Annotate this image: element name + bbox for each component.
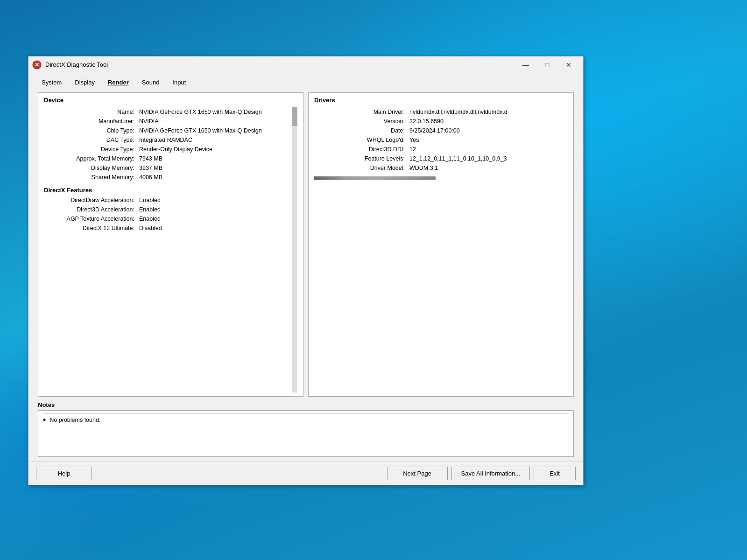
table-row: Chip Type: NVIDIA GeForce GTX 1650 with … — [44, 126, 291, 135]
scrollbar-thumb[interactable] — [292, 107, 297, 126]
notes-section: Notes • No problems found. — [38, 401, 574, 457]
save-all-button[interactable]: Save All Information... — [451, 467, 530, 480]
bottom-bar: Help Next Page Save All Information... E… — [28, 462, 583, 485]
field-label: DirectDraw Acceleration: — [44, 196, 137, 205]
main-window: ✕ DirectX Diagnostic Tool — □ ✕ System D… — [28, 56, 584, 485]
table-row: Main Driver: nvldumdx.dll,nvldumdx.dll,n… — [314, 107, 568, 117]
tab-render[interactable]: Render — [102, 77, 134, 88]
table-row: Name: NVIDIA GeForce GTX 1650 with Max-Q… — [44, 107, 291, 117]
field-label: Version: — [314, 117, 408, 126]
field-value: Render-Only Display Device — [137, 145, 291, 154]
device-info-table: Name: NVIDIA GeForce GTX 1650 with Max-Q… — [44, 107, 291, 182]
table-row: Direct3D Acceleration: Enabled — [44, 205, 291, 214]
field-label: Display Memory: — [44, 163, 137, 173]
info-panels: Device Name: NVIDIA GeForce GTX 1650 wit… — [38, 92, 574, 397]
field-label: Driver Model: — [314, 163, 408, 173]
notes-divider — [43, 413, 569, 414]
field-label: Date: — [314, 126, 408, 135]
notes-title: Notes — [38, 401, 574, 408]
drivers-info-table: Main Driver: nvldumdx.dll,nvldumdx.dll,n… — [314, 107, 568, 173]
field-value: Integrated RAMDAC — [137, 135, 291, 145]
tab-system[interactable]: System — [36, 77, 67, 88]
table-row: Direct3D DDI: 12 — [314, 145, 568, 154]
window-controls: — □ ✕ — [515, 58, 579, 72]
field-value: Enabled — [137, 196, 291, 205]
directx-features-table: DirectDraw Acceleration: Enabled Direct3… — [44, 196, 291, 233]
drivers-panel: Drivers Main Driver: nvldumdx.dll,nvldum… — [308, 92, 574, 397]
tab-display[interactable]: Display — [69, 77, 100, 88]
main-content: Device Name: NVIDIA GeForce GTX 1650 wit… — [28, 88, 583, 462]
tab-sound[interactable]: Sound — [136, 77, 165, 88]
maximize-button[interactable]: □ — [536, 58, 558, 72]
exit-button[interactable]: Exit — [534, 467, 576, 480]
app-icon: ✕ — [32, 60, 42, 70]
scroll-indicator — [314, 176, 436, 180]
table-row: Device Type: Render-Only Display Device — [44, 145, 291, 154]
device-panel: Device Name: NVIDIA GeForce GTX 1650 wit… — [38, 92, 303, 397]
field-value: 4006 MB — [137, 173, 291, 182]
field-label: Feature Levels: — [314, 154, 408, 163]
table-row: Date: 9/25/2024 17:00:00 — [314, 126, 568, 135]
table-row: Feature Levels: 12_1,12_0,11_1,11_0,10_1… — [314, 154, 568, 163]
table-row: Display Memory: 3937 MB — [44, 163, 291, 173]
field-value: nvldumdx.dll,nvldumdx.dll,nvldumdx.d — [408, 107, 568, 117]
field-label: DirectX 12 Ultimate: — [44, 224, 137, 233]
field-value: NVIDIA GeForce GTX 1650 with Max-Q Desig… — [137, 107, 291, 117]
field-value: 3937 MB — [137, 163, 291, 173]
drivers-panel-title: Drivers — [314, 97, 568, 104]
field-label: AGP Texture Acceleration: — [44, 214, 137, 224]
window-title: DirectX Diagnostic Tool — [45, 61, 515, 68]
minimize-button[interactable]: — — [515, 58, 536, 72]
notes-text: No problems found. — [49, 417, 100, 423]
field-label: Chip Type: — [44, 126, 137, 135]
field-value: 9/25/2024 17:00:00 — [408, 126, 568, 135]
table-row: Driver Model: WDDM 3.1 — [314, 163, 568, 173]
field-label: Device Type: — [44, 145, 137, 154]
next-page-button[interactable]: Next Page — [387, 467, 448, 480]
device-panel-title: Device — [44, 97, 297, 104]
field-label: Approx. Total Memory: — [44, 154, 137, 163]
table-row: Version: 32.0.15.6590 — [314, 117, 568, 126]
scrollbar-track[interactable] — [292, 107, 297, 392]
field-value: Disabled — [137, 224, 291, 233]
field-label: Manufacturer: — [44, 117, 137, 126]
field-value: 12 — [408, 145, 568, 154]
field-value: 32.0.15.6590 — [408, 117, 568, 126]
field-value: NVIDIA — [137, 117, 291, 126]
help-button[interactable]: Help — [36, 467, 92, 480]
table-row: AGP Texture Acceleration: Enabled — [44, 214, 291, 224]
table-row: DirectX 12 Ultimate: Disabled — [44, 224, 291, 233]
table-row: Manufacturer: NVIDIA — [44, 117, 291, 126]
tab-input[interactable]: Input — [167, 77, 191, 88]
table-row: DAC Type: Integrated RAMDAC — [44, 135, 291, 145]
field-value: NVIDIA GeForce GTX 1650 with Max-Q Desig… — [137, 126, 291, 135]
field-label: Direct3D Acceleration: — [44, 205, 137, 214]
field-label: DAC Type: — [44, 135, 137, 145]
device-scroll-area: Name: NVIDIA GeForce GTX 1650 with Max-Q… — [44, 107, 297, 392]
table-row: WHQL Logo'd: Yes — [314, 135, 568, 145]
field-value: Enabled — [137, 214, 291, 224]
table-row: DirectDraw Acceleration: Enabled — [44, 196, 291, 205]
field-value: 7943 MB — [137, 154, 291, 163]
title-bar: ✕ DirectX Diagnostic Tool — □ ✕ — [28, 56, 583, 73]
field-value: Enabled — [137, 205, 291, 214]
table-row: Approx. Total Memory: 7943 MB — [44, 154, 291, 163]
directx-section-title: DirectX Features — [44, 187, 291, 194]
svg-text:✕: ✕ — [35, 62, 39, 68]
tab-bar: System Display Render Sound Input — [28, 73, 583, 88]
bullet-icon: • — [43, 416, 46, 424]
table-row: Shared Memory: 4006 MB — [44, 173, 291, 182]
field-value: 12_1,12_0,11_1,11_0,10_1,10_0,9_3 — [408, 154, 568, 163]
notes-box: • No problems found. — [38, 410, 574, 457]
notes-item: • No problems found. — [43, 417, 569, 424]
field-label: Shared Memory: — [44, 173, 137, 182]
field-label: Name: — [44, 107, 137, 117]
field-label: Main Driver: — [314, 107, 408, 117]
close-button[interactable]: ✕ — [558, 58, 579, 72]
field-label: Direct3D DDI: — [314, 145, 408, 154]
field-value: WDDM 3.1 — [408, 163, 568, 173]
field-value: Yes — [408, 135, 568, 145]
field-label: WHQL Logo'd: — [314, 135, 408, 145]
